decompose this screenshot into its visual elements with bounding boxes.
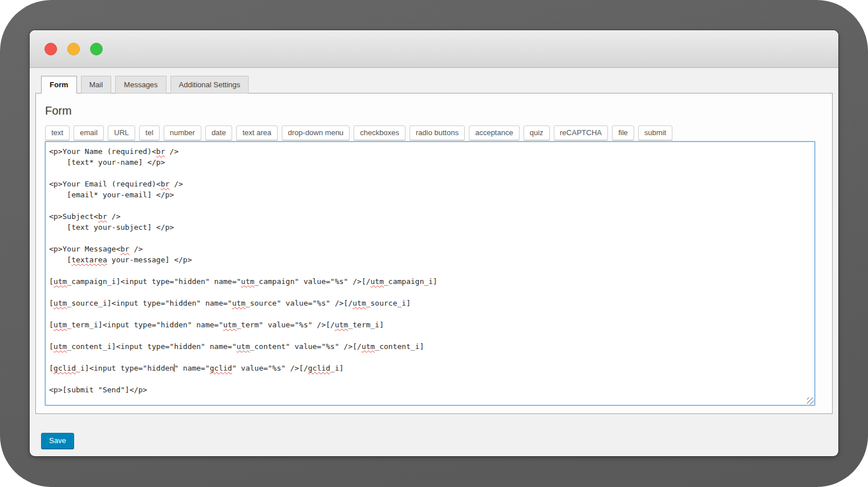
editor-code: <p>Your Name (required)<br /> [text* you… — [49, 146, 811, 395]
code-line: <p>Your Email (required)<br /> — [49, 178, 811, 189]
code-line — [49, 330, 811, 341]
code-line: [text* your-name] </p> — [49, 157, 811, 168]
save-button[interactable]: Save — [41, 433, 74, 449]
code-line — [49, 374, 811, 384]
tag-button-quiz[interactable]: quiz — [524, 125, 550, 140]
code-line — [49, 233, 811, 244]
code-line — [49, 168, 811, 178]
resize-grip-icon[interactable] — [807, 397, 814, 404]
form-editor-textarea[interactable]: <p>Your Name (required)<br /> [text* you… — [45, 141, 815, 405]
code-line — [49, 352, 811, 363]
code-line: <p>Subject<br /> — [49, 211, 811, 222]
tag-button-date[interactable]: date — [205, 125, 232, 140]
tag-button-submit[interactable]: submit — [638, 125, 672, 140]
tag-button-checkboxes[interactable]: checkboxes — [354, 125, 405, 140]
tag-button-text-area[interactable]: text area — [236, 125, 278, 140]
code-line: [text your-subject] </p> — [49, 222, 811, 233]
page-background: FormMailMessagesAdditional Settings Form… — [0, 0, 868, 487]
form-panel: Form textemailURLtelnumberdatetext aread… — [35, 93, 833, 414]
tag-button-drop-down-menu[interactable]: drop-down menu — [282, 125, 350, 140]
tag-button-number[interactable]: number — [164, 125, 201, 140]
tag-button-url[interactable]: URL — [108, 125, 135, 140]
close-button[interactable] — [44, 43, 57, 55]
code-line — [49, 287, 811, 298]
tab-bar: FormMailMessagesAdditional Settings — [41, 76, 833, 93]
tag-button-text[interactable]: text — [45, 125, 70, 140]
code-line: [utm_term_i]<input type="hidden" name="u… — [49, 319, 811, 330]
code-line: [textarea your-message] </p> — [49, 254, 811, 265]
code-line: [utm_source_i]<input type="hidden" name=… — [49, 298, 811, 309]
tag-button-email[interactable]: email — [74, 125, 104, 140]
code-line — [49, 265, 811, 276]
tag-button-tel[interactable]: tel — [139, 125, 160, 140]
code-line: <p>Your Message<br /> — [49, 244, 811, 254]
window-content: FormMailMessagesAdditional Settings Form… — [30, 68, 838, 449]
code-line — [49, 309, 811, 319]
tag-generator-buttons: textemailURLtelnumberdatetext areadrop-d… — [45, 125, 823, 140]
minimize-button[interactable] — [67, 43, 80, 55]
text-caret — [174, 364, 175, 372]
panel-title: Form — [45, 104, 823, 117]
code-line: [gclid_i]<input type="hidden" name="gcli… — [49, 363, 811, 374]
code-line: [utm_campaign_i]<input type="hidden" nam… — [49, 276, 811, 287]
tag-button-acceptance[interactable]: acceptance — [469, 125, 520, 140]
tab-additional-settings[interactable]: Additional Settings — [171, 76, 249, 94]
code-line: <p>Your Name (required)<br /> — [49, 146, 811, 157]
tab-form[interactable]: Form — [41, 76, 77, 94]
window-titlebar — [30, 30, 838, 68]
tag-button-recaptcha[interactable]: reCAPTCHA — [554, 125, 609, 140]
zoom-button[interactable] — [90, 43, 103, 55]
code-line: <p>[submit "Send"]</p> — [49, 384, 811, 395]
code-line — [49, 200, 811, 211]
tab-messages[interactable]: Messages — [115, 76, 166, 94]
tag-button-file[interactable]: file — [612, 125, 634, 140]
tab-mail[interactable]: Mail — [81, 76, 112, 94]
app-window: FormMailMessagesAdditional Settings Form… — [30, 30, 838, 456]
code-line: [email* your-email] </p> — [49, 189, 811, 200]
tag-button-radio-buttons[interactable]: radio buttons — [409, 125, 465, 140]
code-line: [utm_content_i]<input type="hidden" name… — [49, 341, 811, 352]
